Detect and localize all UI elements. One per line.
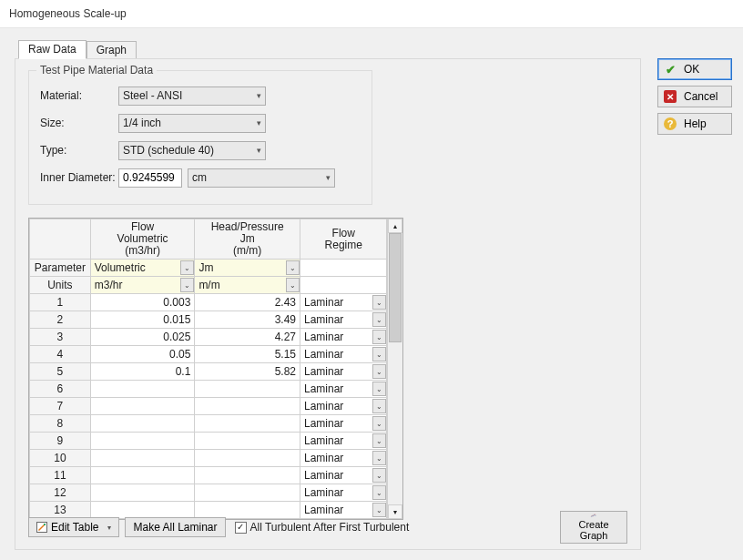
table-row-parameter: Parameter Volumetric⌄ Jm⌄ <box>30 260 387 277</box>
table-row: 40.055.15Laminar⌄ <box>30 346 387 363</box>
ok-button[interactable]: ✔ OK <box>657 58 732 80</box>
cell-head[interactable] <box>195 484 300 502</box>
cell-head[interactable]: 2.43 <box>195 294 300 311</box>
cell-regime[interactable]: Laminar⌄ <box>300 433 387 450</box>
footer-row: Edit Table ▾ Make All Laminar ✓ All Turb… <box>28 511 627 544</box>
cell-head[interactable] <box>195 467 300 484</box>
make-all-laminar-label: Make All Laminar <box>133 521 217 534</box>
cell-flow[interactable] <box>90 433 195 450</box>
chevron-down-icon: ⌄ <box>372 347 386 361</box>
ok-label: OK <box>684 63 699 76</box>
scroll-up-icon[interactable]: ▴ <box>388 219 402 233</box>
combo-type-value: STD (schedule 40) <box>123 142 214 159</box>
label-material: Material: <box>40 89 118 102</box>
row-inner-diameter: Inner Diameter: cm ▾ <box>40 166 361 189</box>
cell-regime[interactable]: Laminar⌄ <box>300 415 387 433</box>
cell-flow[interactable]: 0.025 <box>90 329 195 346</box>
cell-flow[interactable]: 0.05 <box>90 346 195 363</box>
tabstrip: Raw Data Graph <box>18 40 641 58</box>
combo-size-value: 1/4 inch <box>123 115 161 132</box>
input-inner-diameter[interactable] <box>118 168 182 188</box>
cell-param-flow[interactable]: Volumetric⌄ <box>90 260 195 277</box>
table-row: 50.15.82Laminar⌄ <box>30 363 387 381</box>
help-button[interactable]: ? Help <box>657 113 732 135</box>
cell-head[interactable]: 3.49 <box>195 311 300 329</box>
header-flow: Flow Volumetric (m3/hr) <box>90 219 195 260</box>
cell-flow[interactable]: 0.1 <box>90 363 195 381</box>
combo-size[interactable]: 1/4 inch ▾ <box>118 114 266 133</box>
cell-regime[interactable]: Laminar⌄ <box>300 398 387 415</box>
make-all-laminar-button[interactable]: Make All Laminar <box>125 517 225 537</box>
graph-icon <box>587 514 600 517</box>
combo-material[interactable]: Steel - ANSI ▾ <box>118 87 266 106</box>
all-turbulent-label: All Turbulent After First Turbulent <box>250 521 410 534</box>
chevron-down-icon: ⌄ <box>372 468 386 483</box>
cell-regime[interactable]: Laminar⌄ <box>300 381 387 398</box>
table-row: 9Laminar⌄ <box>30 433 387 450</box>
cell-flow[interactable]: 0.015 <box>90 311 195 329</box>
edit-table-button[interactable]: Edit Table ▾ <box>28 517 119 537</box>
cell-regime[interactable]: Laminar⌄ <box>300 363 387 381</box>
cancel-button[interactable]: ✕ Cancel <box>657 86 732 107</box>
tab-raw-data[interactable]: Raw Data <box>18 40 87 59</box>
cell-head[interactable]: 4.27 <box>195 329 300 346</box>
combo-type[interactable]: STD (schedule 40) ▾ <box>118 141 266 160</box>
tab-graph[interactable]: Graph <box>87 41 137 59</box>
cell-unit-head[interactable]: m/m⌄ <box>195 277 300 294</box>
row-number: 7 <box>30 398 91 415</box>
row-number: 2 <box>30 311 91 329</box>
cell-regime[interactable]: Laminar⌄ <box>300 311 387 329</box>
scroll-track[interactable] <box>388 233 402 504</box>
cell-flow[interactable] <box>90 398 195 415</box>
scroll-thumb[interactable] <box>389 233 402 342</box>
combo-material-value: Steel - ANSI <box>123 87 182 105</box>
row-number: 3 <box>30 329 91 346</box>
rowhead-units: Units <box>30 277 91 294</box>
tab-panel: Test Pipe Material Data Material: Steel … <box>15 58 641 550</box>
create-graph-button[interactable]: Create Graph <box>560 511 627 544</box>
cell-regime[interactable]: Laminar⌄ <box>300 450 387 467</box>
chevron-down-icon: ▾ <box>257 142 261 159</box>
table-scroll: Flow Volumetric (m3/hr) Head/Pressure Jm… <box>29 219 387 519</box>
chevron-down-icon: ⌄ <box>372 295 386 310</box>
content: Raw Data Graph Test Pipe Material Data M… <box>0 27 743 560</box>
row-number: 11 <box>30 467 91 484</box>
cell-flow[interactable] <box>90 467 195 484</box>
cell-flow[interactable] <box>90 450 195 467</box>
row-number: 10 <box>30 450 91 467</box>
chevron-down-icon: ⌄ <box>286 260 300 275</box>
cell-regime[interactable]: Laminar⌄ <box>300 484 387 502</box>
cell-regime[interactable]: Laminar⌄ <box>300 467 387 484</box>
cell-flow[interactable] <box>90 381 195 398</box>
cell-head[interactable] <box>195 381 300 398</box>
row-number: 8 <box>30 415 91 433</box>
label-inner-diameter: Inner Diameter: <box>40 171 118 184</box>
cell-head[interactable] <box>195 433 300 450</box>
cell-regime[interactable]: Laminar⌄ <box>300 294 387 311</box>
help-icon: ? <box>664 117 677 130</box>
cell-head[interactable] <box>195 450 300 467</box>
scrollbar[interactable]: ▴ ▾ <box>387 219 402 519</box>
all-turbulent-checkbox-wrap[interactable]: ✓ All Turbulent After First Turbulent <box>235 521 410 534</box>
cell-head[interactable]: 5.82 <box>195 363 300 381</box>
cell-regime[interactable]: Laminar⌄ <box>300 329 387 346</box>
combo-inner-diameter-unit[interactable]: cm ▾ <box>188 168 335 188</box>
table-row: 8Laminar⌄ <box>30 415 387 433</box>
cell-param-head[interactable]: Jm⌄ <box>195 260 300 277</box>
help-label: Help <box>684 117 707 130</box>
close-icon: ✕ <box>664 90 677 103</box>
cell-flow[interactable] <box>90 415 195 433</box>
cell-head[interactable] <box>195 415 300 433</box>
header-regime: Flow Regime <box>300 219 387 260</box>
cell-flow[interactable]: 0.003 <box>90 294 195 311</box>
cell-regime[interactable]: Laminar⌄ <box>300 346 387 363</box>
cell-head[interactable]: 5.15 <box>195 346 300 363</box>
row-number: 1 <box>30 294 91 311</box>
table-header-row: Flow Volumetric (m3/hr) Head/Pressure Jm… <box>30 219 387 260</box>
cell-unit-flow[interactable]: m3/hr⌄ <box>90 277 195 294</box>
group-title: Test Pipe Material Data <box>36 64 157 76</box>
cell-flow[interactable] <box>90 484 195 502</box>
cell-head[interactable] <box>195 398 300 415</box>
data-table-wrap: Flow Volumetric (m3/hr) Head/Pressure Jm… <box>28 218 403 520</box>
chevron-down-icon: ⌄ <box>286 278 300 292</box>
